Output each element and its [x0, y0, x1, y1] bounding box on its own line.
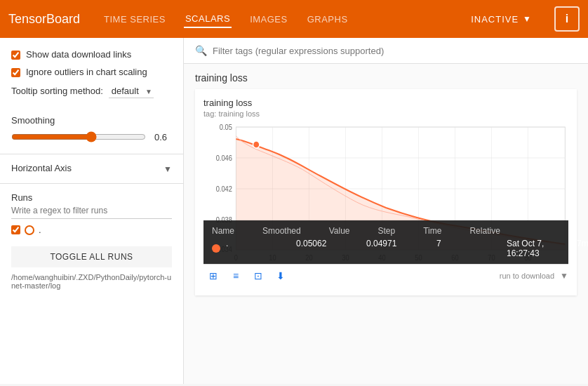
run-name: . — [39, 225, 41, 235]
tooltip-sort-label: Tooltip sorting method: — [11, 86, 103, 98]
section-heading: training loss — [184, 64, 588, 89]
runs-filter-input[interactable] — [11, 204, 172, 219]
tooltip-values: . 0.05062 0.04971 7 Sat Oct 7, 16:27:43 … — [226, 239, 588, 258]
status-indicator: INACTIVE ▼ — [471, 14, 532, 25]
nav-time-series[interactable]: TIME SERIES — [102, 11, 167, 27]
tooltip-run-dot — [212, 244, 220, 253]
horizontal-axis-section: Horizontal Axis ▼ — [0, 157, 183, 180]
app-logo: TensorBoard — [8, 12, 80, 27]
svg-point-30 — [253, 141, 260, 148]
tooltip-relative-val: 7m 10s — [577, 239, 588, 258]
svg-text:0.05: 0.05 — [220, 124, 232, 131]
filter-tags-input[interactable] — [213, 46, 577, 56]
tooltip-col-time: Time — [423, 226, 441, 236]
lines-button[interactable]: ≡ — [226, 267, 246, 284]
status-text: INACTIVE — [471, 14, 519, 25]
ignore-outliers-row: Ignore outliers in chart scaling — [11, 67, 172, 77]
header: TensorBoard TIME SERIES SCALARS IMAGES G… — [0, 0, 588, 38]
smoothing-value: 0.6 — [154, 132, 172, 142]
runs-section: Runs . — [0, 187, 183, 244]
tooltip-col-name: Name — [212, 226, 234, 236]
tooltip-col-value: Value — [329, 226, 350, 236]
svg-text:0.042: 0.042 — [216, 185, 232, 193]
filter-bar: 🔍 — [184, 38, 588, 64]
nav-graphs[interactable]: GRAPHS — [306, 11, 349, 27]
run-to-download-label: run to download — [500, 272, 554, 280]
show-download-row: Show data download links — [11, 49, 172, 60]
chevron-down-icon[interactable]: ▼ — [523, 14, 532, 24]
horiz-axis-expand[interactable]: Horizontal Axis ▼ — [11, 163, 172, 175]
smoothing-row: 0.6 — [11, 131, 172, 142]
tooltip-header: Name Smoothed Value Step Time Relative — [212, 226, 560, 236]
smoothing-section: Smoothing 0.6 — [0, 109, 183, 151]
tooltip-sort-wrapper: default ▼ — [109, 84, 154, 98]
run-row: . — [11, 225, 172, 235]
download-button[interactable]: ⬇ — [271, 267, 290, 284]
chart-toolbar: ⊞ ≡ ⊡ ⬇ run to download ▼ — [203, 264, 568, 287]
tooltip-value-val: 0.04971 — [366, 239, 408, 258]
tooltip-sort-row: Tooltip sorting method: default ▼ — [11, 84, 172, 98]
tooltip-step-val: 7 — [436, 239, 479, 258]
search-icon: 🔍 — [195, 45, 207, 56]
horiz-axis-label: Horizontal Axis — [11, 163, 72, 173]
tooltip-sort-select[interactable]: default — [109, 84, 154, 98]
toggle-all-runs-button[interactable]: TOGGLE ALL RUNS — [11, 246, 172, 267]
chart-area: 0.05 0.046 0.042 0.038 0.034 0 10 20 30 … — [203, 124, 568, 264]
main-layout: Show data download links Ignore outliers… — [0, 38, 588, 384]
chart-title: training loss — [203, 98, 568, 108]
tooltip-smoothed-val: 0.05062 — [296, 239, 338, 258]
ignore-outliers-checkbox[interactable] — [11, 68, 20, 77]
runs-label: Runs — [11, 192, 172, 203]
run-color-circle — [25, 225, 34, 235]
expand-button[interactable]: ⊞ — [203, 267, 223, 284]
nav-images[interactable]: IMAGES — [248, 11, 289, 27]
svg-text:0.046: 0.046 — [216, 154, 232, 162]
chevron-down-icon: ▼ — [163, 164, 172, 174]
chart-card: training loss tag: training loss — [195, 89, 577, 295]
tooltip-overlay: Name Smoothed Value Step Time Relative .… — [203, 220, 568, 264]
info-button[interactable]: i — [554, 6, 580, 32]
run-path: /home/wanghuibin/.ZXD/PythonDaily/pytorc… — [0, 270, 183, 293]
smoothing-slider[interactable] — [11, 131, 146, 142]
tooltip-data-row: . 0.05062 0.04971 7 Sat Oct 7, 16:27:43 … — [212, 239, 560, 258]
tooltip-col-relative: Relative — [469, 226, 500, 236]
run-to-download-arrow[interactable]: ▼ — [560, 271, 568, 281]
main-content: 🔍 training loss training loss tag: train… — [184, 38, 588, 384]
divider-2 — [0, 183, 183, 184]
smoothing-label: Smoothing — [11, 115, 172, 126]
run-checkbox[interactable] — [11, 225, 20, 234]
ignore-outliers-label: Ignore outliers in chart scaling — [26, 67, 147, 77]
show-download-checkbox[interactable] — [11, 51, 20, 60]
sidebar-options: Show data download links Ignore outliers… — [0, 44, 183, 109]
nav-scalars[interactable]: SCALARS — [184, 11, 232, 28]
chart-tag: tag: training loss — [203, 109, 568, 118]
divider-1 — [0, 154, 183, 154]
tooltip-name-val: . — [226, 239, 268, 258]
sidebar: Show data download links Ignore outliers… — [0, 38, 184, 384]
tooltip-col-step: Step — [378, 226, 396, 236]
camera-button[interactable]: ⊡ — [248, 267, 268, 284]
tooltip-col-smoothed: Smoothed — [262, 226, 301, 236]
show-download-label: Show data download links — [26, 49, 131, 60]
tooltip-time-val: Sat Oct 7, 16:27:43 — [507, 239, 549, 258]
